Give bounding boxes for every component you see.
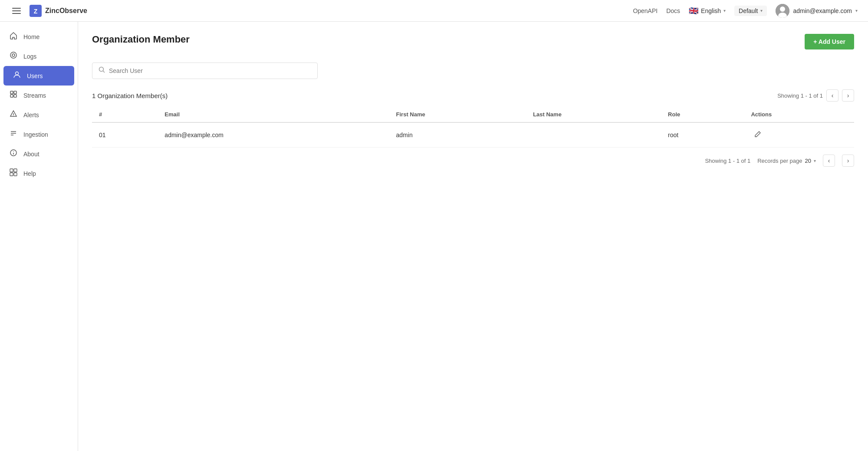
search-icon xyxy=(99,66,105,75)
table-row: 01 admin@example.com admin root xyxy=(92,122,854,148)
prev-page-bottom-button[interactable]: ‹ xyxy=(823,155,835,167)
col-header-lastname: Last Name xyxy=(526,107,661,122)
col-header-num: # xyxy=(92,107,158,122)
records-per-page-value[interactable]: 20 xyxy=(805,158,811,164)
logo: Z ZincObserve xyxy=(30,5,87,17)
sidebar-item-users-label: Users xyxy=(27,72,43,79)
alerts-icon xyxy=(9,109,18,120)
sidebar-item-home[interactable]: Home xyxy=(0,27,78,46)
cell-email: admin@example.com xyxy=(158,122,389,148)
search-input[interactable] xyxy=(109,67,311,74)
svg-rect-11 xyxy=(14,95,16,97)
svg-rect-22 xyxy=(10,173,13,176)
members-count: 1 Organization Member(s) xyxy=(92,92,168,99)
sidebar: Home Logs Users Streams Alerts xyxy=(0,22,78,451)
table-header-row: 1 Organization Member(s) Showing 1 - 1 o… xyxy=(92,89,854,102)
col-header-firstname: First Name xyxy=(389,107,526,122)
svg-point-7 xyxy=(16,72,19,75)
table-footer: Showing 1 - 1 of 1 Records per page 20 ▾… xyxy=(92,155,854,167)
svg-rect-8 xyxy=(10,91,13,94)
sidebar-item-ingestion[interactable]: Ingestion xyxy=(0,125,78,144)
cell-role: root xyxy=(661,122,744,148)
language-label: English xyxy=(701,7,721,14)
col-header-email: Email xyxy=(158,107,389,122)
records-per-page-selector[interactable]: Records per page 20 ▾ xyxy=(757,158,816,164)
svg-text:Z: Z xyxy=(34,8,38,15)
docs-link[interactable]: Docs xyxy=(666,7,680,14)
logs-icon xyxy=(9,51,18,62)
sidebar-item-help-label: Help xyxy=(23,170,36,177)
svg-rect-23 xyxy=(14,173,17,176)
page-title: Organization Member xyxy=(92,34,190,45)
add-user-button[interactable]: + Add User xyxy=(805,34,854,49)
next-page-top-button[interactable]: › xyxy=(842,89,854,102)
hamburger-menu[interactable] xyxy=(10,6,23,16)
ingestion-icon xyxy=(9,129,18,140)
streams-icon xyxy=(9,90,18,101)
records-per-page-chevron-icon: ▾ xyxy=(814,158,816,163)
edit-button[interactable] xyxy=(751,129,765,141)
svg-rect-20 xyxy=(10,169,13,172)
sidebar-item-alerts-label: Alerts xyxy=(23,112,39,119)
showing-top-text: Showing 1 - 1 of 1 xyxy=(777,92,823,99)
home-icon xyxy=(9,31,18,42)
cell-firstname: admin xyxy=(389,122,526,148)
col-header-role: Role xyxy=(661,107,744,122)
about-icon xyxy=(9,148,18,159)
svg-rect-9 xyxy=(14,91,16,94)
user-email: admin@example.com xyxy=(793,7,852,14)
language-selector[interactable]: 🇬🇧 English ▾ xyxy=(689,6,726,16)
svg-rect-10 xyxy=(10,95,13,97)
sidebar-item-ingestion-label: Ingestion xyxy=(23,131,48,138)
user-chevron-icon: ▾ xyxy=(855,8,858,13)
sidebar-item-logs-label: Logs xyxy=(23,53,36,60)
svg-point-18 xyxy=(13,151,14,152)
cell-num: 01 xyxy=(92,122,158,148)
svg-point-3 xyxy=(780,7,785,12)
sidebar-item-about[interactable]: About xyxy=(0,144,78,164)
users-icon xyxy=(12,70,22,81)
showing-bottom-text: Showing 1 - 1 of 1 xyxy=(705,158,750,164)
svg-rect-21 xyxy=(14,169,17,172)
search-bar xyxy=(92,63,318,79)
org-label: Default xyxy=(739,7,758,14)
sidebar-item-home-label: Home xyxy=(23,33,39,40)
avatar xyxy=(776,4,789,18)
sidebar-item-logs[interactable]: Logs xyxy=(0,46,78,66)
records-per-page-label: Records per page xyxy=(757,158,802,164)
main-content: Organization Member + Add User 1 Organiz… xyxy=(78,22,868,451)
next-page-bottom-button[interactable]: › xyxy=(842,155,854,167)
sidebar-item-alerts[interactable]: Alerts xyxy=(0,105,78,125)
data-table: # Email First Name Last Name Role Action… xyxy=(92,107,854,148)
sidebar-item-help[interactable]: Help xyxy=(0,164,78,183)
svg-point-13 xyxy=(13,115,14,116)
sidebar-item-streams[interactable]: Streams xyxy=(0,86,78,105)
flag-icon: 🇬🇧 xyxy=(689,6,698,16)
sidebar-item-streams-label: Streams xyxy=(23,92,46,99)
sidebar-item-about-label: About xyxy=(23,151,39,158)
logo-text: ZincObserve xyxy=(45,7,87,15)
svg-point-6 xyxy=(12,54,15,56)
language-chevron-icon: ▾ xyxy=(723,8,726,13)
svg-point-5 xyxy=(10,52,16,58)
pagination-top: Showing 1 - 1 of 1 ‹ › xyxy=(777,89,854,102)
cell-lastname xyxy=(526,122,661,148)
org-chevron-icon: ▾ xyxy=(760,8,763,13)
org-selector[interactable]: Default ▾ xyxy=(734,6,767,16)
help-icon xyxy=(9,168,18,179)
prev-page-top-button[interactable]: ‹ xyxy=(826,89,838,102)
sidebar-item-users[interactable]: Users xyxy=(3,66,74,86)
svg-point-24 xyxy=(99,67,104,72)
openapi-link[interactable]: OpenAPI xyxy=(633,7,658,14)
topnav: Z ZincObserve OpenAPI Docs 🇬🇧 English ▾ … xyxy=(0,0,868,22)
user-info[interactable]: admin@example.com ▾ xyxy=(776,4,858,18)
svg-line-25 xyxy=(103,71,105,73)
cell-actions xyxy=(744,122,854,148)
col-header-actions: Actions xyxy=(744,107,854,122)
